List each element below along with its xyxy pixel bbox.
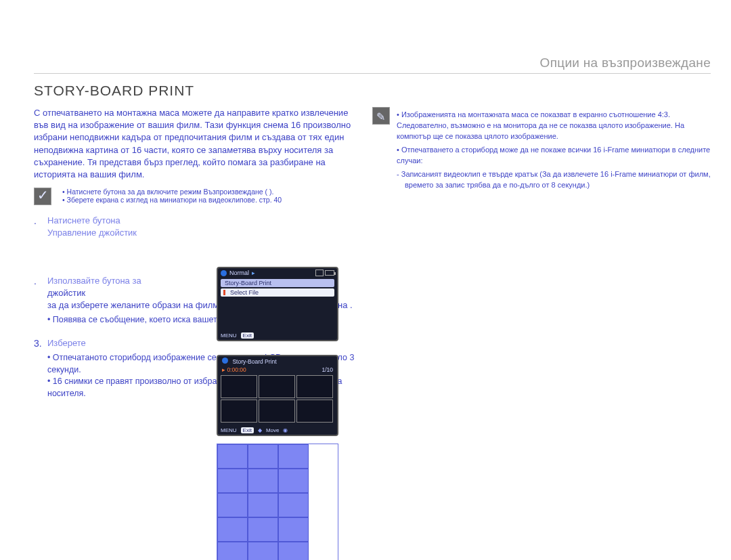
storyboard-result-grid xyxy=(217,444,338,560)
step-number: . xyxy=(34,215,37,228)
device-counter: 1/10 xyxy=(322,366,333,373)
battery-icon xyxy=(325,270,334,276)
storyboard-cell xyxy=(217,469,248,493)
storyboard-cell xyxy=(217,517,248,542)
storyboard-cell xyxy=(248,469,278,493)
step-head: Изберете xyxy=(47,338,86,348)
step-number: . xyxy=(34,275,37,288)
precheck-block: Натиснете бутона за да включите режим Въ… xyxy=(34,188,359,205)
section-title: STORY-BOARD PRINT xyxy=(34,83,711,99)
storyboard-cell xyxy=(278,517,309,542)
storyboard-cell xyxy=(248,444,278,469)
play-icon: ▸ xyxy=(252,270,255,276)
step-subhead: джойстик xyxy=(47,288,85,298)
storyboard-cell xyxy=(278,493,309,517)
menu-item-label: Select File xyxy=(230,289,259,296)
device-screenshot-menu: Normal ▸ Story-Board Print Select File M… xyxy=(217,267,338,341)
exit-chip[interactable]: Exit xyxy=(241,427,254,433)
storyboard-cell xyxy=(248,493,278,517)
card-icon xyxy=(315,270,324,276)
nav-icon: ◆ xyxy=(258,427,262,433)
menu-label: MENU xyxy=(221,427,237,433)
intro-paragraph: С отпечатването на монтажна маса можете … xyxy=(34,107,359,181)
storyboard-cell xyxy=(278,542,309,560)
menu-label: MENU xyxy=(221,332,237,339)
thumbnail[interactable] xyxy=(259,400,295,423)
storyboard-cell xyxy=(278,444,309,469)
device-screenshot-thumbs: Story-Board Print ▸ 0:00:00 1/10 MENU Ex… xyxy=(217,355,338,436)
device-title: Story-Board Print xyxy=(232,358,276,365)
storyboard-cell xyxy=(278,469,309,493)
storyboard-cell xyxy=(248,542,278,560)
storyboard-cell xyxy=(248,517,278,542)
step-head: Използвайте бутона за xyxy=(47,276,141,286)
note-item: Отпечатването а сториборд може да не пок… xyxy=(397,145,711,167)
thumbnail[interactable] xyxy=(221,400,257,423)
thumbnail-grid xyxy=(218,373,337,425)
storyboard-cell xyxy=(217,444,248,469)
breadcrumb: Опции на възпроизвеждане xyxy=(34,56,711,74)
storyboard-cell xyxy=(217,542,248,560)
note-dash-item: Записаният видеоклип е твърде кратък (За… xyxy=(397,169,711,191)
menu-item-select-file[interactable]: Select File xyxy=(221,288,334,297)
note-block: Изображенията на монтажната маса се пока… xyxy=(372,107,711,191)
step-head: Управление джойстик xyxy=(47,228,137,238)
thumbnail[interactable] xyxy=(296,375,333,398)
play-icon: ▸ 0:00:00 xyxy=(222,366,246,373)
thumbnail[interactable] xyxy=(296,400,333,423)
thumbnail[interactable] xyxy=(259,375,295,398)
step-1: . Натиснете бутона Управление джойстик xyxy=(34,215,359,264)
device-time: 0:00:00 xyxy=(227,366,246,373)
precheck-item: Натиснете бутона за да включите режим Въ… xyxy=(62,188,282,196)
move-label: Move xyxy=(266,427,280,433)
device-mode: Normal xyxy=(229,270,249,276)
storyboard-cell xyxy=(217,493,248,517)
thumbnail[interactable] xyxy=(221,375,257,398)
menu-item-storyboard[interactable]: Story-Board Print xyxy=(221,279,334,287)
precheck-list: Натиснете бутона за да включите режим Въ… xyxy=(58,188,282,204)
record-dot-icon xyxy=(221,270,227,276)
checkmark-icon xyxy=(34,188,51,205)
step-head: Натиснете бутона xyxy=(47,215,120,225)
record-dot-icon xyxy=(222,358,228,364)
ok-icon: ◉ xyxy=(283,427,288,433)
step-number: 3. xyxy=(34,337,42,351)
precheck-item: Зберете екрана с изглед на миниатюри на … xyxy=(62,196,282,204)
marker-icon xyxy=(223,290,225,295)
note-item: Изображенията на монтажната маса се пока… xyxy=(397,110,711,142)
exit-chip[interactable]: Exit xyxy=(241,332,254,339)
pencil-icon xyxy=(372,107,390,125)
